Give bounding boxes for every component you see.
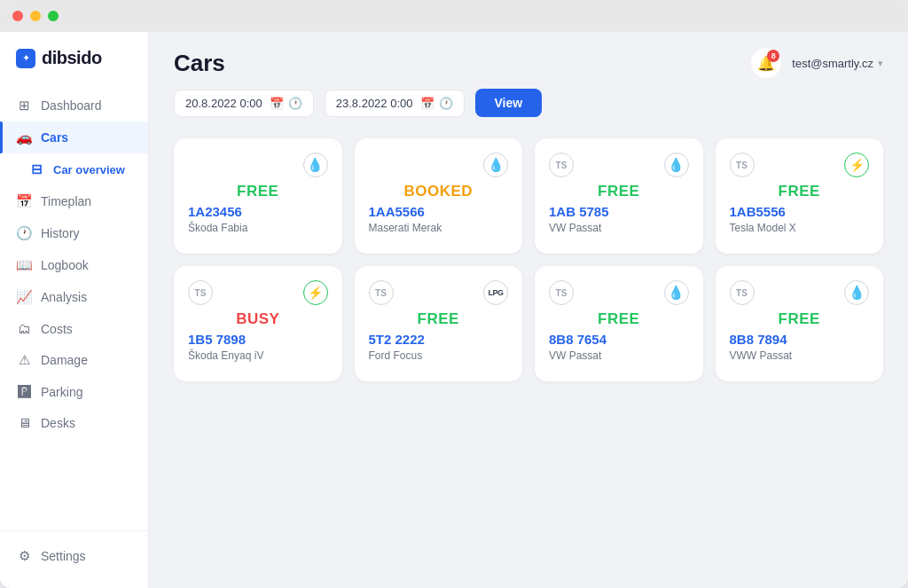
logo: dibsido <box>0 48 148 90</box>
titlebar <box>0 0 908 32</box>
sidebar-item-cars[interactable]: 🚗 Cars <box>0 122 148 153</box>
page-title: Cars <box>174 50 225 77</box>
card-model: Škoda Enyaq iV <box>188 349 328 362</box>
card-top: TS💧 <box>549 153 689 177</box>
close-button[interactable] <box>12 11 23 21</box>
card-model: VWW Passat <box>730 349 870 362</box>
user-menu[interactable]: test@smartly.cz ▾ <box>792 57 883 70</box>
chevron-down-icon: ▾ <box>878 58 883 69</box>
card-top: 💧 <box>369 153 509 177</box>
sidebar-item-dashboard[interactable]: ⊞ Dashboard <box>0 90 148 122</box>
main-header: Cars 🔔 8 test@smartly.cz ▾ <box>149 32 908 89</box>
history-icon: 🕐 <box>16 225 32 241</box>
maximize-button[interactable] <box>48 11 59 21</box>
calendar-to-icon: 📅 <box>420 97 434 110</box>
sidebar-item-costs[interactable]: 🗂 Costs <box>0 313 148 344</box>
sidebar-item-timeplan[interactable]: 📅 Timeplan <box>0 185 148 217</box>
sidebar-item-logbook[interactable]: 📖 Logbook <box>0 249 148 281</box>
calendar-icon: 📅 <box>270 97 284 110</box>
date-from-value: 20.8.2022 0:00 <box>185 97 262 110</box>
card-top: TSLPG <box>369 280 509 305</box>
minimize-button[interactable] <box>30 11 41 21</box>
card-model: Škoda Fabia <box>188 222 328 234</box>
notification-button[interactable]: 🔔 8 <box>751 48 781 78</box>
sidebar-label-settings: Settings <box>41 549 86 563</box>
fuel-icon: 💧 <box>303 153 328 177</box>
date-from-input[interactable]: 20.8.2022 0:00 📅 🕐 <box>174 90 314 117</box>
card-avatar <box>369 153 394 177</box>
card-plate: 1B5 7898 <box>188 332 328 347</box>
card-model: Tesla Model X <box>730 222 870 234</box>
card-status: FREE <box>369 310 509 328</box>
fuel-icon: 💧 <box>483 153 508 177</box>
card-avatar: TS <box>369 280 394 305</box>
card-status: BUSY <box>188 310 328 328</box>
car-card-car5[interactable]: TS⚡BUSY1B5 7898Škoda Enyaq iV <box>174 266 342 381</box>
card-plate: 1A23456 <box>188 204 328 219</box>
cars-grid: 💧FREE1A23456Škoda Fabia💧BOOKED1AA5566Mas… <box>174 138 883 381</box>
damage-icon: ⚠ <box>16 352 32 368</box>
card-top: TS💧 <box>730 280 870 305</box>
sidebar: dibsido ⊞ Dashboard 🚗 Cars ⊟ Car overvie… <box>0 32 149 588</box>
card-plate: 8B8 7894 <box>730 332 870 347</box>
desks-icon: 🖥 <box>16 415 32 430</box>
clock-icon: 🕐 <box>288 97 302 110</box>
fuel-icon: ⚡ <box>844 153 869 177</box>
logo-text: dibsido <box>42 48 102 68</box>
card-avatar: TS <box>549 153 574 177</box>
car-card-car8[interactable]: TS💧FREE8B8 7894VWW Passat <box>716 266 884 381</box>
sidebar-item-damage[interactable]: ⚠ Damage <box>0 344 148 376</box>
sidebar-label-dashboard: Dashboard <box>41 98 102 113</box>
card-avatar: TS <box>730 280 755 305</box>
app-body: dibsido ⊞ Dashboard 🚗 Cars ⊟ Car overvie… <box>0 32 908 588</box>
sidebar-item-settings[interactable]: ⚙ Settings <box>0 540 148 572</box>
car-card-car2[interactable]: 💧BOOKED1AA5566Maserati Merak <box>355 138 523 254</box>
filter-bar: 20.8.2022 0:00 📅 🕐 23.8.2022 0:00 📅 🕐 Vi… <box>149 89 908 131</box>
sidebar-item-desks[interactable]: 🖥 Desks <box>0 407 148 438</box>
sidebar-item-analysis[interactable]: 📈 Analysis <box>0 281 148 313</box>
card-top: TS💧 <box>549 280 689 305</box>
card-model: VW Passat <box>549 349 689 362</box>
card-status: FREE <box>730 183 870 200</box>
sidebar-label-desks: Desks <box>41 416 75 430</box>
sidebar-label-analysis: Analysis <box>41 290 87 304</box>
sidebar-item-parking[interactable]: 🅿 Parking <box>0 376 148 407</box>
sidebar-label-damage: Damage <box>41 353 88 367</box>
clock-to-icon: 🕐 <box>439 97 453 110</box>
cards-area: 💧FREE1A23456Škoda Fabia💧BOOKED1AA5566Mas… <box>149 131 908 588</box>
sidebar-bottom: ⚙ Settings <box>0 530 148 572</box>
date-to-input[interactable]: 23.8.2022 0:00 📅 🕐 <box>325 90 465 117</box>
car-card-car6[interactable]: TSLPGFREE5T2 2222Ford Focus <box>355 266 523 381</box>
card-avatar: TS <box>549 280 574 305</box>
card-plate: 5T2 2222 <box>369 332 509 347</box>
fuel-icon: 💧 <box>664 153 689 177</box>
sidebar-label-costs: Costs <box>41 322 73 336</box>
notification-badge: 8 <box>767 50 779 62</box>
sidebar-item-car-overview[interactable]: ⊟ Car overview <box>0 153 148 185</box>
fuel-icon: LPG <box>483 280 508 305</box>
card-plate: 1AA5566 <box>369 204 509 219</box>
card-status: FREE <box>549 183 689 200</box>
date-from-icons: 📅 🕐 <box>270 97 302 110</box>
car-card-car4[interactable]: TS⚡FREE1AB5556Tesla Model X <box>716 138 884 254</box>
user-area: 🔔 8 test@smartly.cz ▾ <box>751 48 883 78</box>
card-status: FREE <box>188 183 328 200</box>
view-button[interactable]: View <box>475 89 543 117</box>
sidebar-item-history[interactable]: 🕐 History <box>0 217 148 249</box>
costs-icon: 🗂 <box>16 321 32 336</box>
card-plate: 1AB 5785 <box>549 204 689 219</box>
card-top: TS⚡ <box>188 280 328 305</box>
card-status: BOOKED <box>369 183 509 200</box>
analysis-icon: 📈 <box>16 289 32 305</box>
card-model: Ford Focus <box>369 349 509 362</box>
sidebar-label-logbook: Logbook <box>41 258 89 272</box>
fuel-icon: ⚡ <box>303 280 328 305</box>
car-card-car3[interactable]: TS💧FREE1AB 5785VW Passat <box>535 138 703 254</box>
car-overview-icon: ⊟ <box>28 161 44 177</box>
car-card-car1[interactable]: 💧FREE1A23456Škoda Fabia <box>174 138 342 254</box>
cars-icon: 🚗 <box>16 129 32 145</box>
settings-icon: ⚙ <box>16 548 32 564</box>
car-card-car7[interactable]: TS💧FREE8B8 7654VW Passat <box>535 266 703 381</box>
card-avatar <box>188 153 213 177</box>
card-status: FREE <box>730 310 870 328</box>
